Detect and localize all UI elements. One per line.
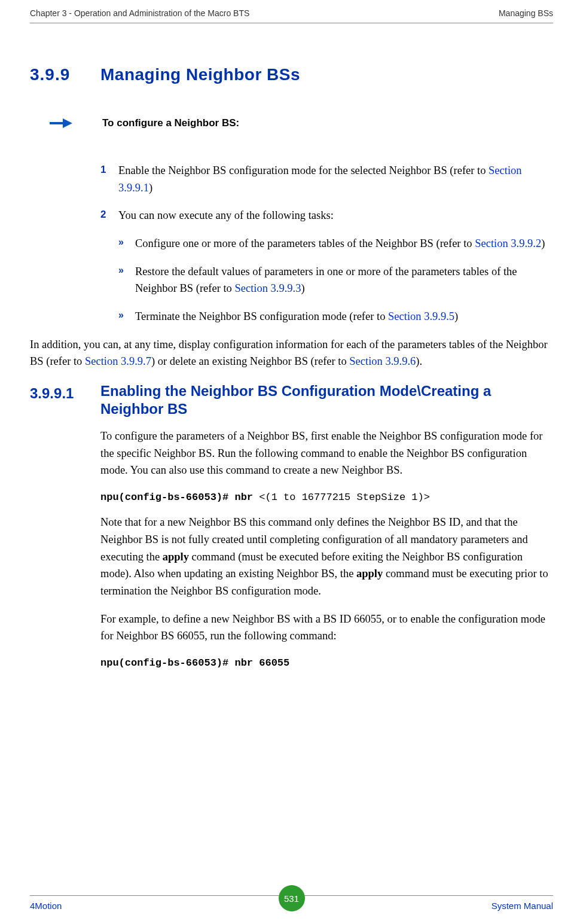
header-left: Chapter 3 - Operation and Administration… bbox=[30, 8, 249, 18]
step-number: 1 bbox=[100, 162, 118, 196]
chevron-icon: » bbox=[118, 263, 135, 297]
cmd-bold: npu(config-bs-66053)# nbr 66055 bbox=[100, 657, 289, 669]
to-configure-row: To configure a Neighbor BS: bbox=[50, 117, 553, 129]
footer-left: 4Motion bbox=[30, 901, 62, 911]
bold-text: apply bbox=[163, 551, 189, 563]
text: Enable the Neighbor BS configuration mod… bbox=[118, 164, 489, 176]
cmd-bold: npu(config-bs-66053)# nbr bbox=[100, 492, 259, 503]
step-number: 2 bbox=[100, 207, 118, 224]
page-footer: 4Motion 531 System Manual bbox=[30, 895, 553, 911]
bullet-list: » Configure one or more of the parameter… bbox=[118, 235, 553, 325]
text: ) or delete an existing Neighbor BS (ref… bbox=[151, 355, 349, 367]
text: Configure one or more of the parameters … bbox=[135, 237, 475, 249]
text: ) bbox=[149, 182, 152, 194]
section-link[interactable]: Section 3.9.9.5 bbox=[388, 310, 454, 322]
step-2: 2 You can now execute any of the followi… bbox=[100, 207, 553, 224]
header-right: Managing BSs bbox=[499, 8, 553, 18]
command-line: npu(config-bs-66053)# nbr 66055 bbox=[100, 655, 553, 671]
command-line: npu(config-bs-66053)# nbr <(1 to 1677721… bbox=[100, 490, 553, 505]
step-body: You can now execute any of the following… bbox=[118, 207, 553, 224]
section-link[interactable]: Section 3.9.9.2 bbox=[475, 237, 541, 249]
svg-marker-0 bbox=[50, 118, 72, 128]
page-number: 531 bbox=[284, 893, 299, 904]
main-content: 1 Enable the Neighbor BS configuration m… bbox=[100, 162, 553, 671]
section-link[interactable]: Section 3.9.9.7 bbox=[85, 355, 151, 367]
step-1: 1 Enable the Neighbor BS configuration m… bbox=[100, 162, 553, 196]
page-header: Chapter 3 - Operation and Administration… bbox=[30, 0, 553, 23]
bold-text: apply bbox=[356, 568, 383, 580]
chevron-icon: » bbox=[118, 308, 135, 325]
text: ). bbox=[416, 355, 422, 367]
section-link[interactable]: Section 3.9.9.6 bbox=[349, 355, 416, 367]
bullet-body: Terminate the Neighbor BS configuration … bbox=[135, 308, 553, 325]
subsection-number: 3.9.9.1 bbox=[30, 382, 100, 404]
text: ) bbox=[454, 310, 458, 322]
paragraph: To configure the parameters of a Neighbo… bbox=[100, 428, 553, 479]
section-heading: 3.9.9 Managing Neighbor BSs bbox=[30, 65, 553, 84]
text: Terminate the Neighbor BS configuration … bbox=[135, 310, 388, 322]
subsection-heading: 3.9.9.1 Enabling the Neighbor BS Configu… bbox=[30, 382, 553, 418]
text: ) bbox=[541, 237, 545, 249]
section-title: Managing Neighbor BSs bbox=[100, 65, 300, 84]
bullet-item: » Configure one or more of the parameter… bbox=[118, 235, 553, 252]
bullet-body: Configure one or more of the parameters … bbox=[135, 235, 553, 252]
page-number-badge: 531 bbox=[279, 885, 305, 911]
section-number: 3.9.9 bbox=[30, 65, 100, 84]
bullet-item: » Restore the default values of paramete… bbox=[118, 263, 553, 297]
paragraph: For example, to define a new Neighbor BS… bbox=[100, 611, 553, 645]
to-configure-label: To configure a Neighbor BS: bbox=[102, 117, 239, 129]
step-body: Enable the Neighbor BS configuration mod… bbox=[118, 162, 553, 196]
text: Restore the default values of parameters… bbox=[135, 266, 517, 295]
text: ) bbox=[301, 282, 304, 294]
section-link[interactable]: Section 3.9.9.3 bbox=[234, 282, 301, 294]
bullet-body: Restore the default values of parameters… bbox=[135, 263, 553, 297]
addition-paragraph: In addition, you can, at any time, displ… bbox=[30, 336, 553, 370]
chevron-icon: » bbox=[118, 235, 135, 252]
paragraph: Note that for a new Neighbor BS this com… bbox=[100, 514, 553, 599]
subsection-title: Enabling the Neighbor BS Configuration M… bbox=[100, 382, 553, 418]
arrow-right-icon bbox=[50, 118, 74, 128]
cmd-rest: <(1 to 16777215 StepSize 1)> bbox=[259, 492, 430, 503]
footer-right: System Manual bbox=[492, 901, 553, 911]
bullet-item: » Terminate the Neighbor BS configuratio… bbox=[118, 308, 553, 325]
